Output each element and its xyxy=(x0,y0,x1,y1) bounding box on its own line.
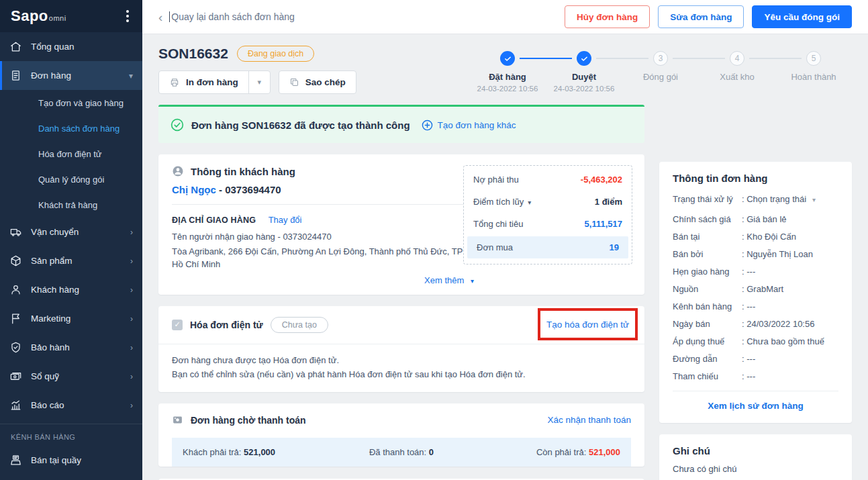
field-chinh-sach-gia: Chính sách giáGiá bán lẻ xyxy=(673,214,838,224)
print-options-caret[interactable]: ▾ xyxy=(248,71,270,93)
red-highlight-box: Tạo hóa đơn điện tử xyxy=(538,308,638,340)
step-label: Xuất kho xyxy=(699,72,775,82)
sidebar-subitem-tao-don[interactable]: Tạo đơn và giao hàng xyxy=(0,90,142,115)
success-check-icon xyxy=(171,118,184,132)
order-stepper: Đặt hàng 24-03-2022 10:56 Duyệt 24-03-20… xyxy=(469,46,852,93)
subitem-label: Khách trả hàng xyxy=(38,200,97,210)
step-hoan-thanh: 5 Hoàn thành xyxy=(775,51,852,93)
step-number: 5 xyxy=(806,51,821,66)
customer-stats-box: Nợ phải thu -5,463,202 Điểm tích lũy▾ 1 … xyxy=(463,165,632,265)
einvoice-title: Hóa đơn điện tử xyxy=(190,320,263,330)
chevron-right-icon: › xyxy=(130,372,133,381)
sidebar-item-label: Khách hàng xyxy=(31,285,79,295)
sidebar-subitem-hoa-don-dien-tu[interactable]: Hóa đơn điện tử xyxy=(0,141,142,166)
subitem-label: Quản lý đóng gói xyxy=(38,175,104,185)
field-label: Trạng thái xử lý xyxy=(673,194,742,204)
field-label: Hẹn giao hàng xyxy=(673,267,742,277)
edit-order-button[interactable]: Sửa đơn hàng xyxy=(658,5,744,28)
einvoice-line1: Đơn hàng chưa được tạo Hóa đơn điện tử. xyxy=(172,353,631,367)
sidebar-item-don-hang[interactable]: Đơn hàng ▾ xyxy=(0,61,142,90)
sidebar-item-tong-quan[interactable]: Tổng quan xyxy=(0,32,142,61)
step-label: Duyệt xyxy=(546,72,622,82)
step-label: Đóng gói xyxy=(622,72,699,82)
step-dong-goi: 3 Đóng gói xyxy=(622,51,699,93)
sidebar-subitem-khach-tra-hang[interactable]: Khách trả hàng xyxy=(0,192,142,218)
field-value: Giá bán lẻ xyxy=(742,214,787,224)
sapo-logo[interactable]: Sapoomni xyxy=(11,7,66,25)
sidebar-item-so-quy[interactable]: Sổ quỹ › xyxy=(0,362,142,391)
cancel-order-button[interactable]: Hủy đơn hàng xyxy=(565,5,650,28)
sidebar-item-label: Sổ quỹ xyxy=(31,371,59,381)
stat-label: Điểm tích lũy xyxy=(473,197,524,207)
app-root: Sapoomni Tổng quan Đơn hàng ▾ Tạo đơn và… xyxy=(0,0,868,480)
field-label: Đường dẫn xyxy=(673,354,742,364)
field-value: Chọn trạng thái xyxy=(742,194,806,204)
step-check-icon xyxy=(577,51,591,66)
field-label: Nguồn xyxy=(673,284,742,294)
order-info-card: Thông tin đơn hàng Trạng thái xử lý Chọn… xyxy=(659,162,852,423)
status-select[interactable]: Chọn trạng thái ▾ xyxy=(742,194,816,204)
request-packing-button[interactable]: Yêu cầu đóng gói xyxy=(752,5,852,28)
register-icon xyxy=(9,454,22,467)
einvoice-checkbox[interactable]: ✓ xyxy=(172,320,183,330)
cash-icon xyxy=(9,370,22,383)
step-label: Đặt hàng xyxy=(469,72,546,82)
order-status-badge: Đang giao dịch xyxy=(237,46,314,62)
payment-value: 521,000 xyxy=(244,447,275,457)
topbar: ‹ Quay lại danh sách đơn hàng Hủy đơn hà… xyxy=(142,0,868,34)
stat-label: Tổng chi tiêu xyxy=(473,219,523,229)
sidebar-item-khach-hang[interactable]: Khách hàng › xyxy=(0,275,142,304)
stat-value: 1 điểm xyxy=(595,197,622,207)
einvoice-card: ✓ Hóa đơn điện tử Chưa tạo Tạo hóa đơn đ… xyxy=(158,306,644,393)
sidebar-subitem-quan-ly-dong-goi[interactable]: Quản lý đóng gói xyxy=(0,166,142,192)
home-icon xyxy=(9,40,22,53)
sidebar-item-van-chuyen[interactable]: Vận chuyển › xyxy=(0,218,142,246)
content: SON16632 Đang giao dịch In đơn hàng ▾ xyxy=(142,34,868,480)
kebab-menu-icon[interactable] xyxy=(124,7,132,25)
stat-value: -5,463,202 xyxy=(581,175,622,185)
copy-order-button[interactable]: Sao chép xyxy=(279,70,356,94)
chevron-right-icon: › xyxy=(130,285,133,295)
customer-phone: - 0373694470 xyxy=(219,184,281,195)
change-address-link[interactable]: Thay đổi xyxy=(269,215,302,225)
field-label: Bán tại xyxy=(673,232,742,242)
order-history-link[interactable]: Xem lịch sử đơn hàng xyxy=(673,391,838,414)
create-another-order-link[interactable]: Tạo đơn hàng khác xyxy=(422,119,516,131)
chevron-right-icon: › xyxy=(130,228,133,237)
copy-button-label: Sao chép xyxy=(305,77,346,87)
chevron-right-icon: › xyxy=(130,401,133,410)
back-link[interactable]: ‹ Quay lại danh sách đơn hàng xyxy=(158,11,295,23)
chevron-right-icon: › xyxy=(130,314,133,324)
main-area: ‹ Quay lại danh sách đơn hàng Hủy đơn hà… xyxy=(142,0,868,480)
step-xuat-kho: 4 Xuất kho xyxy=(699,51,775,93)
stat-label: Nợ phải thu xyxy=(473,175,519,185)
step-date: 24-03-2022 10:56 xyxy=(546,85,622,93)
print-order-button[interactable]: In đơn hàng xyxy=(159,71,248,93)
loyalty-points-dropdown[interactable]: Điểm tích lũy▾ xyxy=(473,197,531,207)
payment-label: Còn phải trả: xyxy=(536,447,586,457)
flag-icon xyxy=(9,312,22,325)
field-trang-thai-xu-ly: Trạng thái xử lý Chọn trạng thái ▾ xyxy=(673,194,838,204)
sidebar-item-bao-hanh[interactable]: Bảo hành › xyxy=(0,333,142,362)
sidebar-item-label: Tổng quan xyxy=(31,42,75,52)
order-header-left: SON16632 Đang giao dịch In đơn hàng ▾ xyxy=(158,46,356,94)
customer-info-title: Thông tin khách hàng xyxy=(191,166,295,177)
confirm-payment-link[interactable]: Xác nhận thanh toán xyxy=(547,415,631,425)
print-split-button: In đơn hàng ▾ xyxy=(158,70,271,94)
sidebar-item-ban-tai-quay[interactable]: Bán tại quầy xyxy=(0,446,142,475)
sidebar-item-label: Sản phẩm xyxy=(31,256,73,266)
field-hen-giao-hang: Hẹn giao hàng--- xyxy=(673,267,838,277)
sidebar-item-san-pham[interactable]: Sản phẩm › xyxy=(0,246,142,275)
back-label: Quay lại danh sách đơn hàng xyxy=(169,11,295,22)
step-dat-hang: Đặt hàng 24-03-2022 10:56 xyxy=(469,51,546,93)
print-button-label: In đơn hàng xyxy=(186,77,238,87)
printer-icon xyxy=(169,77,180,88)
sidebar-subitem-danh-sach-don-hang[interactable]: Danh sách đơn hàng xyxy=(0,115,142,141)
shipping-address-label: ĐỊA CHỈ GIAO HÀNG xyxy=(172,215,256,225)
customer-name-link[interactable]: Chị Ngọc xyxy=(172,184,216,195)
sidebar-item-bao-cao[interactable]: Báo cáo › xyxy=(0,391,142,420)
create-einvoice-link[interactable]: Tạo hóa đơn điện tử xyxy=(546,320,629,330)
see-more-link[interactable]: Xem thêm ▾ xyxy=(172,275,474,285)
field-label: Ngày bán xyxy=(673,319,742,329)
sidebar-item-marketing[interactable]: Marketing › xyxy=(0,304,142,333)
